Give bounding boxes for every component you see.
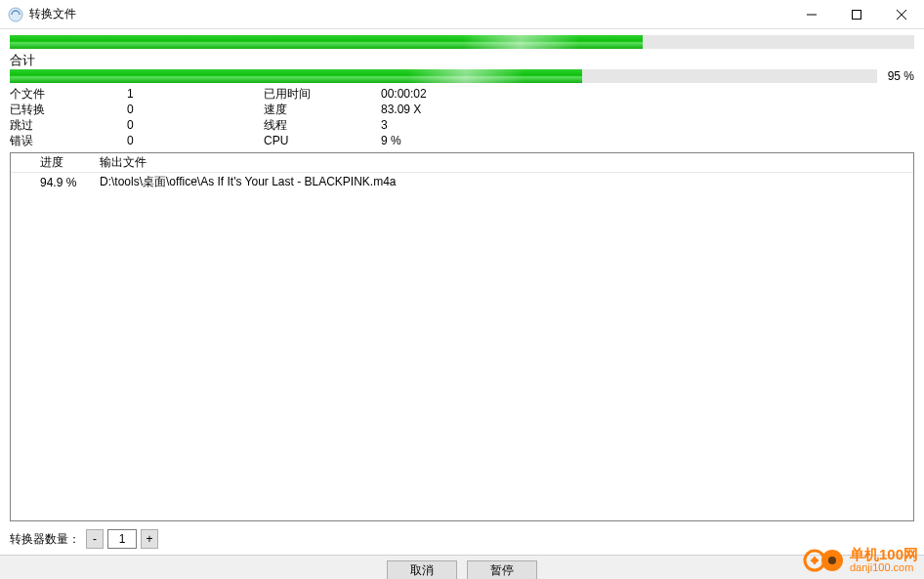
app-icon: [8, 7, 23, 22]
watermark: 单机100网 danji100.com: [803, 546, 918, 575]
watermark-icon: [803, 546, 846, 575]
total-percent-text: 95 %: [883, 69, 914, 83]
col-progress-header: 进度: [32, 154, 96, 171]
list-item[interactable]: 94.9 % D:\tools\桌面\office\As If It's You…: [11, 173, 913, 191]
svg-point-10: [828, 557, 836, 564]
decrement-button[interactable]: -: [86, 529, 104, 549]
converter-count-input[interactable]: [107, 529, 137, 549]
watermark-en: danji100.com: [850, 562, 918, 574]
skipped-label: 跳过: [10, 117, 127, 133]
window-title: 转换文件: [29, 6, 76, 22]
converter-count-label: 转换器数量：: [10, 531, 80, 548]
cpu-label: CPU: [264, 133, 381, 148]
stats-row: 个文件 1 已用时间 00:00:02: [10, 86, 914, 102]
minimize-button[interactable]: [789, 0, 834, 29]
stats-panel: 个文件 1 已用时间 00:00:02 已转换 0 速度 83.09 X 跳过 …: [10, 86, 914, 148]
total-label: 合计: [10, 52, 914, 69]
errors-label: 错误: [10, 133, 127, 148]
row-progress: 94.9 %: [32, 176, 96, 189]
svg-rect-2: [853, 10, 861, 19]
errors-value: 0: [127, 133, 264, 148]
svg-point-0: [9, 8, 22, 21]
converted-value: 0: [127, 102, 264, 117]
close-button[interactable]: [879, 0, 924, 29]
stats-row: 已转换 0 速度 83.09 X: [10, 102, 914, 117]
elapsed-value: 00:00:02: [381, 86, 914, 102]
titlebar: 转换文件: [0, 0, 924, 29]
threads-label: 线程: [264, 117, 381, 133]
watermark-cn: 单机100网: [850, 547, 918, 562]
file-list[interactable]: 进度 输出文件 94.9 % D:\tools\桌面\office\As If …: [10, 152, 914, 521]
stats-row: 跳过 0 线程 3: [10, 117, 914, 133]
col-output-header: 输出文件: [96, 154, 913, 171]
total-progress-bar: [10, 69, 877, 83]
files-label: 个文件: [10, 86, 127, 102]
stats-row: 错误 0 CPU 9 %: [10, 133, 914, 148]
threads-value: 3: [381, 117, 914, 133]
pause-button[interactable]: 暂停: [467, 560, 537, 580]
files-value: 1: [127, 86, 264, 102]
speed-label: 速度: [264, 102, 381, 117]
elapsed-label: 已用时间: [264, 86, 381, 102]
cancel-button[interactable]: 取消: [387, 560, 457, 580]
increment-button[interactable]: +: [141, 529, 158, 549]
list-header: 进度 输出文件: [11, 153, 913, 173]
speed-value: 83.09 X: [381, 102, 914, 117]
maximize-button[interactable]: [834, 0, 879, 29]
overall-progress-bar: [10, 35, 914, 49]
converted-label: 已转换: [10, 102, 127, 117]
cpu-value: 9 %: [381, 133, 914, 148]
skipped-value: 0: [127, 117, 264, 133]
row-output: D:\tools\桌面\office\As If It's Your Last …: [96, 174, 913, 190]
bottom-panel: 转换器数量： - +: [0, 521, 924, 555]
footer: 取消 暂停: [0, 555, 924, 579]
